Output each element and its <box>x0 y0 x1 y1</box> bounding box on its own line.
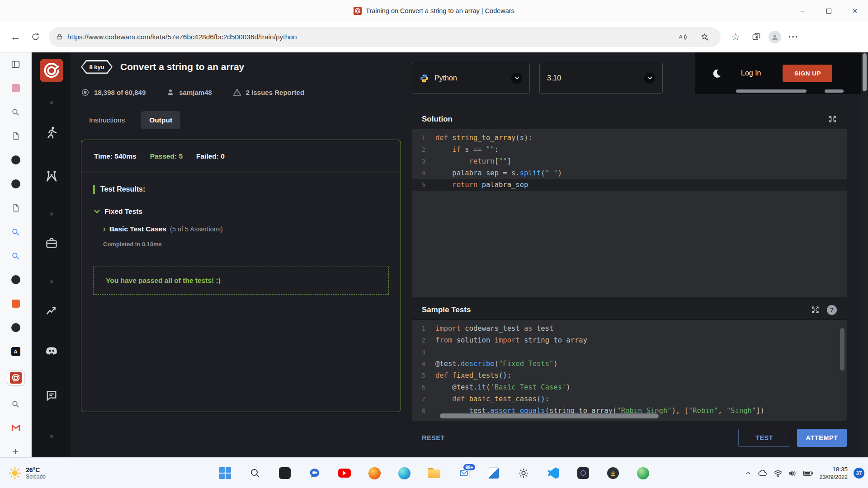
scrollbar-fragment[interactable] <box>736 89 807 93</box>
wifi-icon[interactable] <box>774 469 783 477</box>
tab-favicon-github[interactable] <box>10 178 21 189</box>
settings-menu-icon[interactable]: ··· <box>785 28 802 46</box>
tray-expand-icon[interactable] <box>745 469 752 477</box>
tab-favicon-search[interactable] <box>10 399 21 409</box>
solution-panel: Solution 1def string_to_array(s):2 if s … <box>412 109 847 297</box>
back-button[interactable]: ← <box>5 27 25 47</box>
taskbar-downloads[interactable] <box>604 464 622 482</box>
expand-icon[interactable] <box>828 115 837 123</box>
clock[interactable]: 18:35 23/09/2022 <box>819 465 848 481</box>
page-scrollbar-thumb[interactable] <box>863 53 867 91</box>
youtube-icon <box>338 469 351 478</box>
right-column: Python 3.10 Solution <box>412 52 847 447</box>
taskbar-file-explorer[interactable] <box>425 464 443 482</box>
taskbar-settings[interactable] <box>514 464 533 482</box>
test-group-row[interactable]: Fixed Tests <box>94 207 401 216</box>
solution-editor[interactable]: 1def string_to_array(s):2 if s == "":3 r… <box>412 129 847 191</box>
start-button[interactable] <box>216 464 234 482</box>
tab-favicon-a[interactable]: A <box>10 346 21 357</box>
author-link[interactable]: samjam48 <box>179 89 212 96</box>
taskbar-vscode[interactable] <box>544 464 562 482</box>
favorites-hub-icon[interactable]: ☆ <box>727 28 744 46</box>
attempt-button[interactable]: ATTEMPT <box>797 429 847 447</box>
taskbar-edge[interactable] <box>395 464 413 482</box>
github-icon <box>11 155 20 164</box>
new-tab-button[interactable]: + <box>10 446 21 457</box>
tab-favicon-search-blue[interactable] <box>10 226 21 237</box>
sidebar-item-careers[interactable] <box>45 237 58 249</box>
tab-favicon-orange[interactable] <box>10 298 21 309</box>
taskbar-chat[interactable] <box>306 464 324 482</box>
read-aloud-icon[interactable]: A <box>675 28 692 46</box>
tab-favicon-github[interactable] <box>10 155 21 165</box>
horizontal-scrollbar[interactable] <box>440 413 659 418</box>
tab-favicon-document[interactable] <box>10 131 21 141</box>
close-button[interactable]: × <box>842 0 868 22</box>
notification-badge[interactable]: 37 <box>854 468 864 479</box>
page-scrollbar[interactable] <box>861 52 868 457</box>
left-column: 8 kyu Convert a string to an array 18,39… <box>81 52 401 412</box>
codewars-logo[interactable] <box>40 59 63 82</box>
orange-favicon <box>12 300 20 308</box>
sidebar-item-freestyle[interactable] <box>45 126 58 139</box>
taskbar-app-dark[interactable] <box>276 464 294 482</box>
profile-avatar[interactable] <box>769 31 781 43</box>
taskbar-search[interactable] <box>246 464 264 482</box>
tab-favicon-github[interactable] <box>10 274 21 285</box>
sample-tests-editor[interactable]: 1import codewars_test as test2from solut… <box>412 320 847 417</box>
pass-message-box: You have passed all of the tests! :) <box>93 267 389 295</box>
run-time: Time: 540ms <box>94 152 137 160</box>
tab-instructions[interactable]: Instructions <box>81 111 133 129</box>
tab-favicon-codewars-active[interactable] <box>7 370 25 385</box>
minimize-button[interactable]: – <box>789 0 816 22</box>
tab-output[interactable]: Output <box>141 111 180 129</box>
maximize-button[interactable] <box>816 0 842 22</box>
version-select[interactable]: 3.10 <box>539 63 663 94</box>
taskbar-apps: 99+ <box>216 458 652 488</box>
address-bar[interactable]: https://www.codewars.com/kata/57e76bc428… <box>49 27 721 47</box>
sidebar-item-leaderboard[interactable] <box>45 304 58 316</box>
tab-favicon-document[interactable] <box>10 202 21 213</box>
chat-icon <box>309 467 321 479</box>
refresh-button[interactable] <box>25 27 45 47</box>
tab-favicon-github[interactable] <box>10 322 21 333</box>
taskbar-app-green[interactable] <box>634 464 652 482</box>
tab-favicon-pink[interactable] <box>10 83 21 94</box>
taskbar-browser-orange[interactable] <box>365 464 383 482</box>
taskbar-app-za[interactable] <box>485 464 503 482</box>
tab-favicon-gmail[interactable] <box>10 422 21 433</box>
test-case-row[interactable]: › Basic Test Cases (5 of 5 Assertions) <box>103 225 401 234</box>
codewars-sidebar <box>32 52 71 457</box>
login-link[interactable]: Log In <box>741 69 761 77</box>
issues-link[interactable]: 2 Issues Reported <box>246 89 304 96</box>
volume-icon[interactable] <box>788 469 797 477</box>
expand-icon[interactable] <box>811 305 820 314</box>
favorites-add-icon[interactable] <box>696 28 713 46</box>
scrollbar-fragment[interactable] <box>825 89 844 93</box>
github-icon <box>11 323 20 332</box>
taskbar-mail[interactable]: 99+ <box>455 464 473 482</box>
help-icon[interactable]: ? <box>827 305 837 315</box>
tab-favicon-search[interactable] <box>10 107 21 117</box>
sidebar-item-discussions[interactable] <box>45 389 58 402</box>
signup-button[interactable]: SIGN UP <box>783 65 832 82</box>
onedrive-icon[interactable] <box>758 469 768 477</box>
sidebar-item-kumite[interactable] <box>45 169 58 183</box>
sidebar-dot <box>50 280 53 283</box>
collections-icon[interactable] <box>748 28 765 46</box>
dark-mode-toggle[interactable] <box>712 68 722 79</box>
vertical-tabs-toggle[interactable] <box>10 59 21 70</box>
weather-widget[interactable]: 26°C Soleado <box>5 458 49 488</box>
battery-icon[interactable] <box>803 470 813 477</box>
language-select[interactable]: Python <box>412 63 530 94</box>
vertical-scrollbar[interactable] <box>840 328 844 371</box>
python-icon <box>420 74 429 83</box>
sidebar-item-discord[interactable] <box>45 346 58 357</box>
tab-favicon-search-blue[interactable] <box>10 250 21 261</box>
test-button[interactable]: TEST <box>738 429 790 447</box>
taskbar-youtube[interactable] <box>335 464 354 482</box>
taskbar-github-desktop[interactable] <box>574 464 592 482</box>
za-app-icon <box>488 467 500 479</box>
reset-button[interactable]: RESET <box>422 434 445 441</box>
page: A + <box>0 52 868 457</box>
